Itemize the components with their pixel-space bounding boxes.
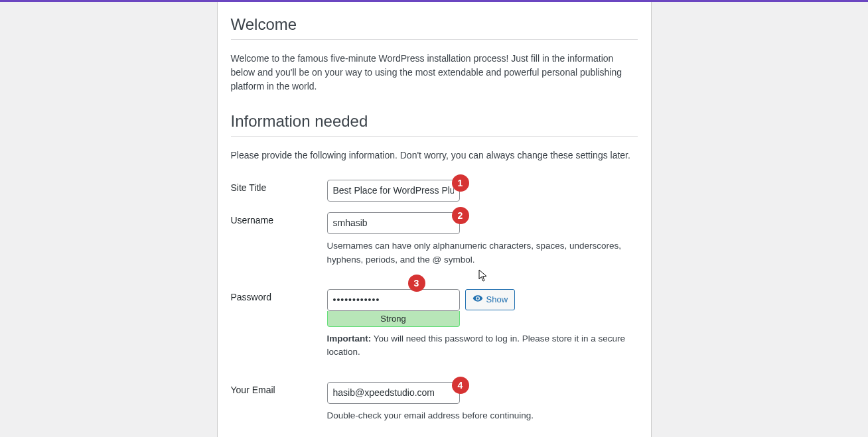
email-hint: Double-check your email address before c… [327, 409, 638, 422]
show-password-button[interactable]: Show [465, 289, 516, 310]
install-panel: Welcome Welcome to the famous five-minut… [217, 2, 652, 437]
password-important-label: Important: [327, 334, 372, 343]
show-password-label: Show [486, 294, 508, 304]
welcome-heading: Welcome [231, 15, 638, 40]
info-needed-intro: Please provide the following information… [231, 149, 638, 162]
step-marker-1: 1 [452, 174, 469, 192]
username-row: Username 2 Usernames can have only alpha… [231, 207, 638, 284]
password-important: Important: You will need this password t… [327, 332, 638, 359]
eye-icon [472, 293, 483, 306]
email-row: Your Email 4 Double-check your email add… [231, 377, 638, 437]
step-marker-2: 2 [452, 207, 469, 224]
password-strength-meter: Strong [327, 311, 460, 327]
site-title-input[interactable] [327, 180, 460, 202]
email-label: Your Email [231, 377, 327, 437]
welcome-intro: Welcome to the famous five-minute WordPr… [231, 52, 638, 94]
site-title-row: Site Title 1 [231, 174, 638, 207]
password-important-text: You will need this password to log in. P… [327, 334, 625, 357]
username-input[interactable] [327, 212, 460, 234]
password-row: Password 3 Strong Show [231, 284, 638, 377]
info-needed-heading: Information needed [231, 112, 638, 137]
site-title-label: Site Title [231, 174, 327, 207]
step-marker-3: 3 [408, 275, 425, 292]
password-label: Password [231, 284, 327, 377]
username-hint: Usernames can have only alphanumeric cha… [327, 239, 638, 267]
step-marker-4: 4 [452, 377, 469, 394]
email-input[interactable] [327, 382, 460, 404]
password-input[interactable] [327, 289, 460, 311]
install-form: Site Title 1 Username 2 Usernames can ha… [231, 174, 638, 437]
username-label: Username [231, 207, 327, 284]
